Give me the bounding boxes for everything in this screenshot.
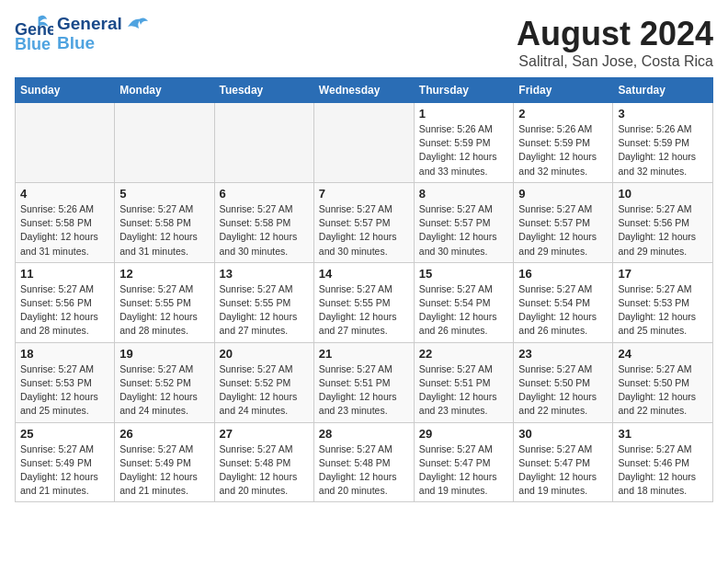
day-number: 16 — [518, 267, 608, 281]
day-number: 22 — [419, 347, 509, 361]
calendar-day-cell — [115, 103, 214, 183]
day-info: Sunrise: 5:27 AM Sunset: 5:49 PM Dayligh… — [119, 442, 209, 499]
calendar-day-cell: 7Sunrise: 5:27 AM Sunset: 5:57 PM Daylig… — [313, 182, 414, 262]
calendar-header-row: Sunday Monday Tuesday Wednesday Thursday… — [16, 78, 713, 103]
calendar-day-cell: 4Sunrise: 5:26 AM Sunset: 5:58 PM Daylig… — [16, 182, 115, 262]
month-title: August 2024 — [517, 15, 713, 53]
calendar-day-cell: 15Sunrise: 5:27 AM Sunset: 5:54 PM Dayli… — [414, 262, 514, 342]
calendar-day-cell: 12Sunrise: 5:27 AM Sunset: 5:55 PM Dayli… — [115, 262, 214, 342]
day-info: Sunrise: 5:27 AM Sunset: 5:56 PM Dayligh… — [20, 282, 109, 339]
day-info: Sunrise: 5:27 AM Sunset: 5:57 PM Dayligh… — [518, 202, 608, 259]
day-number: 10 — [618, 187, 708, 201]
calendar-day-cell — [214, 103, 313, 183]
calendar-day-cell: 27Sunrise: 5:27 AM Sunset: 5:48 PM Dayli… — [214, 422, 313, 502]
calendar-day-cell: 29Sunrise: 5:27 AM Sunset: 5:47 PM Dayli… — [414, 422, 514, 502]
calendar-day-cell: 13Sunrise: 5:27 AM Sunset: 5:55 PM Dayli… — [214, 262, 313, 342]
bird-icon — [124, 16, 150, 32]
day-number: 23 — [518, 347, 608, 361]
day-info: Sunrise: 5:27 AM Sunset: 5:58 PM Dayligh… — [119, 202, 209, 259]
logo-blue: Blue — [57, 34, 122, 53]
day-number: 7 — [319, 187, 409, 201]
calendar-day-cell: 20Sunrise: 5:27 AM Sunset: 5:52 PM Dayli… — [214, 342, 313, 422]
day-number: 6 — [220, 187, 309, 201]
day-info: Sunrise: 5:27 AM Sunset: 5:48 PM Dayligh… — [220, 442, 309, 499]
calendar-day-cell: 21Sunrise: 5:27 AM Sunset: 5:51 PM Dayli… — [313, 342, 414, 422]
calendar-day-cell: 31Sunrise: 5:27 AM Sunset: 5:46 PM Dayli… — [613, 422, 713, 502]
day-info: Sunrise: 5:27 AM Sunset: 5:50 PM Dayligh… — [618, 362, 708, 419]
day-number: 13 — [220, 267, 309, 281]
day-number: 3 — [618, 107, 708, 121]
day-number: 30 — [518, 427, 608, 441]
header-monday: Monday — [115, 78, 214, 103]
calendar-day-cell: 3Sunrise: 5:26 AM Sunset: 5:59 PM Daylig… — [613, 103, 713, 183]
title-block: August 2024 Salitral, San Jose, Costa Ri… — [517, 15, 713, 70]
calendar-day-cell: 14Sunrise: 5:27 AM Sunset: 5:55 PM Dayli… — [313, 262, 414, 342]
header-tuesday: Tuesday — [214, 78, 313, 103]
day-info: Sunrise: 5:27 AM Sunset: 5:51 PM Dayligh… — [319, 362, 409, 419]
page-header: General Blue General Blue August 2024 Sa… — [15, 15, 713, 70]
day-number: 4 — [20, 187, 109, 201]
day-number: 17 — [618, 267, 708, 281]
day-number: 28 — [319, 427, 409, 441]
calendar-day-cell: 19Sunrise: 5:27 AM Sunset: 5:52 PM Dayli… — [115, 342, 214, 422]
location-subtitle: Salitral, San Jose, Costa Rica — [517, 53, 713, 70]
day-info: Sunrise: 5:26 AM Sunset: 5:59 PM Dayligh… — [419, 122, 509, 178]
calendar-day-cell: 9Sunrise: 5:27 AM Sunset: 5:57 PM Daylig… — [514, 182, 613, 262]
calendar-week-row: 4Sunrise: 5:26 AM Sunset: 5:58 PM Daylig… — [16, 182, 713, 262]
header-friday: Friday — [514, 78, 613, 103]
calendar-day-cell: 1Sunrise: 5:26 AM Sunset: 5:59 PM Daylig… — [414, 103, 514, 183]
calendar-day-cell: 26Sunrise: 5:27 AM Sunset: 5:49 PM Dayli… — [115, 422, 214, 502]
day-number: 24 — [618, 347, 708, 361]
day-info: Sunrise: 5:27 AM Sunset: 5:46 PM Dayligh… — [618, 442, 708, 499]
header-wednesday: Wednesday — [313, 78, 414, 103]
day-number: 2 — [518, 107, 608, 121]
day-info: Sunrise: 5:27 AM Sunset: 5:54 PM Dayligh… — [419, 282, 509, 339]
day-number: 19 — [119, 347, 209, 361]
day-info: Sunrise: 5:27 AM Sunset: 5:47 PM Dayligh… — [419, 442, 509, 499]
day-number: 1 — [419, 107, 509, 121]
calendar-day-cell — [313, 103, 414, 183]
calendar-table: Sunday Monday Tuesday Wednesday Thursday… — [15, 77, 713, 502]
calendar-day-cell: 17Sunrise: 5:27 AM Sunset: 5:53 PM Dayli… — [613, 262, 713, 342]
calendar-day-cell: 11Sunrise: 5:27 AM Sunset: 5:56 PM Dayli… — [16, 262, 115, 342]
logo: General Blue General Blue — [15, 15, 150, 53]
day-info: Sunrise: 5:27 AM Sunset: 5:55 PM Dayligh… — [319, 282, 409, 339]
day-number: 5 — [119, 187, 209, 201]
calendar-day-cell: 16Sunrise: 5:27 AM Sunset: 5:54 PM Dayli… — [514, 262, 613, 342]
day-number: 12 — [119, 267, 209, 281]
day-number: 9 — [518, 187, 608, 201]
day-info: Sunrise: 5:27 AM Sunset: 5:55 PM Dayligh… — [119, 282, 209, 339]
day-info: Sunrise: 5:27 AM Sunset: 5:54 PM Dayligh… — [518, 282, 608, 339]
calendar-day-cell: 5Sunrise: 5:27 AM Sunset: 5:58 PM Daylig… — [115, 182, 214, 262]
header-thursday: Thursday — [414, 78, 514, 103]
calendar-day-cell: 2Sunrise: 5:26 AM Sunset: 5:59 PM Daylig… — [514, 103, 613, 183]
day-info: Sunrise: 5:27 AM Sunset: 5:53 PM Dayligh… — [618, 282, 708, 339]
calendar-day-cell: 22Sunrise: 5:27 AM Sunset: 5:51 PM Dayli… — [414, 342, 514, 422]
day-info: Sunrise: 5:27 AM Sunset: 5:55 PM Dayligh… — [220, 282, 309, 339]
logo-icon: General Blue — [15, 15, 53, 53]
day-info: Sunrise: 5:26 AM Sunset: 5:58 PM Dayligh… — [20, 202, 109, 259]
calendar-day-cell: 8Sunrise: 5:27 AM Sunset: 5:57 PM Daylig… — [414, 182, 514, 262]
calendar-day-cell: 18Sunrise: 5:27 AM Sunset: 5:53 PM Dayli… — [16, 342, 115, 422]
calendar-day-cell — [16, 103, 115, 183]
day-info: Sunrise: 5:27 AM Sunset: 5:47 PM Dayligh… — [518, 442, 608, 499]
svg-text:Blue: Blue — [15, 35, 51, 53]
calendar-day-cell: 30Sunrise: 5:27 AM Sunset: 5:47 PM Dayli… — [514, 422, 613, 502]
day-number: 15 — [419, 267, 509, 281]
logo-general: General — [57, 15, 122, 34]
day-info: Sunrise: 5:27 AM Sunset: 5:52 PM Dayligh… — [220, 362, 309, 419]
day-info: Sunrise: 5:27 AM Sunset: 5:57 PM Dayligh… — [319, 202, 409, 259]
day-info: Sunrise: 5:27 AM Sunset: 5:49 PM Dayligh… — [20, 442, 109, 499]
calendar-day-cell: 25Sunrise: 5:27 AM Sunset: 5:49 PM Dayli… — [16, 422, 115, 502]
day-number: 25 — [20, 427, 109, 441]
calendar-week-row: 1Sunrise: 5:26 AM Sunset: 5:59 PM Daylig… — [16, 103, 713, 183]
day-number: 21 — [319, 347, 409, 361]
day-info: Sunrise: 5:27 AM Sunset: 5:57 PM Dayligh… — [419, 202, 509, 259]
day-number: 14 — [319, 267, 409, 281]
day-info: Sunrise: 5:27 AM Sunset: 5:58 PM Dayligh… — [220, 202, 309, 259]
day-number: 18 — [20, 347, 109, 361]
calendar-day-cell: 6Sunrise: 5:27 AM Sunset: 5:58 PM Daylig… — [214, 182, 313, 262]
calendar-day-cell: 28Sunrise: 5:27 AM Sunset: 5:48 PM Dayli… — [313, 422, 414, 502]
day-info: Sunrise: 5:27 AM Sunset: 5:50 PM Dayligh… — [518, 362, 608, 419]
day-number: 11 — [20, 267, 109, 281]
